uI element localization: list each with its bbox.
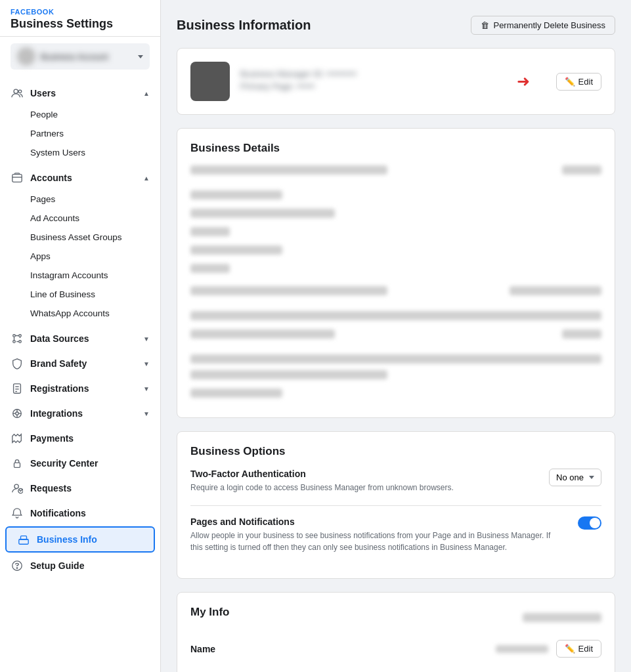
users-nav-header[interactable]: Users ▲ — [0, 81, 160, 105]
nav-item-people[interactable]: People — [0, 105, 160, 124]
options-divider — [190, 505, 601, 506]
nav-item-apps[interactable]: Apps — [0, 247, 160, 266]
business-details-card: Business Details — [177, 128, 615, 418]
blurred-field-6 — [190, 264, 230, 273]
business-manager-id-value: •••••••••• — [327, 69, 357, 79]
page-title: Business Information — [177, 18, 311, 33]
users-label: Users — [30, 88, 56, 98]
nav-item-pages[interactable]: Pages — [0, 190, 160, 209]
nav-item-security-center[interactable]: Security Center — [0, 452, 160, 475]
svg-rect-2 — [12, 175, 22, 182]
blurred-field-9r — [562, 329, 601, 339]
blurred-field-11 — [190, 370, 387, 379]
requests-section: Requests — [0, 476, 160, 500]
notifications-label: Notifications — [30, 508, 86, 518]
requests-label: Requests — [30, 483, 72, 494]
nav-item-business-asset-groups[interactable]: Business Asset Groups — [0, 228, 160, 247]
pages-notifications-info: Pages and Notifications Allow people in … — [190, 516, 565, 553]
nav-item-business-info[interactable]: Business Info — [5, 526, 155, 553]
nav-item-ad-accounts[interactable]: Ad Accounts — [0, 209, 160, 228]
accounts-icon — [11, 171, 24, 184]
detail-row-2 — [190, 286, 601, 302]
account-name: Business Account — [41, 52, 134, 62]
svg-rect-22 — [21, 536, 27, 539]
business-manager-id-line: Business Manager ID: •••••••••• — [240, 69, 506, 79]
my-info-name-row: Name ✏️ Edit — [190, 640, 601, 658]
integrations-chevron: ▼ — [143, 410, 150, 417]
blurred-field-4 — [190, 227, 230, 236]
brand-safety-nav-header[interactable]: Brand Safety ▼ — [0, 352, 160, 375]
nav-item-whatsapp-accounts[interactable]: WhatsApp Accounts — [0, 304, 160, 323]
business-info-row: Business Manager ID: •••••••••• Primary … — [190, 62, 601, 101]
business-info-card: Business Manager ID: •••••••••• Primary … — [177, 48, 615, 115]
two-factor-value: No one — [556, 472, 584, 482]
edit-pencil-icon: ✏️ — [565, 77, 575, 87]
nav-item-partners[interactable]: Partners — [0, 124, 160, 143]
business-info-edit-button[interactable]: ✏️ Edit — [556, 73, 601, 91]
svg-point-13 — [16, 412, 19, 415]
business-options-title: Business Options — [190, 445, 601, 458]
registrations-nav-header[interactable]: Registrations ▼ — [0, 377, 160, 400]
nav-item-payments[interactable]: Payments — [0, 427, 160, 450]
users-section: Users ▲ People Partners System Users — [0, 81, 160, 165]
nav-item-requests[interactable]: Requests — [0, 476, 160, 500]
business-avatar — [190, 62, 230, 101]
data-sources-nav-header[interactable]: Data Sources ▼ — [0, 327, 160, 350]
trash-icon: 🗑 — [481, 20, 489, 30]
setup-guide-icon — [11, 559, 24, 572]
delete-btn-label: Permanently Delete Business — [493, 20, 605, 30]
edit-label: Edit — [578, 77, 593, 87]
registrations-chevron: ▼ — [143, 385, 150, 392]
nav-item-instagram-accounts[interactable]: Instagram Accounts — [0, 266, 160, 285]
my-info-blurred-header — [523, 613, 601, 622]
two-factor-dropdown[interactable]: No one — [549, 469, 601, 486]
brand-safety-icon — [11, 357, 24, 370]
primary-page-line: Primary Page: •••••• — [240, 81, 506, 91]
detail-row-1 — [190, 165, 601, 181]
blurred-field-1r — [562, 165, 601, 175]
permanently-delete-button[interactable]: 🗑 Permanently Delete Business — [471, 16, 615, 35]
pages-notifications-label: Pages and Notifications — [190, 516, 565, 527]
svg-point-1 — [18, 90, 22, 93]
pages-notifications-toggle-container — [578, 516, 601, 530]
business-info-label: Business Info — [37, 534, 97, 545]
nav-item-setup-guide[interactable]: Setup Guide — [0, 554, 160, 578]
svg-point-7 — [19, 341, 22, 343]
blurred-field-7r — [510, 286, 601, 295]
integrations-section: Integrations ▼ — [0, 402, 160, 425]
data-sources-chevron: ▼ — [143, 335, 150, 343]
blurred-field-8 — [190, 311, 601, 320]
my-info-edit-button[interactable]: ✏️ Edit — [556, 640, 601, 658]
accounts-nav-header[interactable]: Accounts ▲ — [0, 166, 160, 190]
facebook-logo: FACEBOOK — [11, 8, 150, 16]
sidebar-title: Business Settings — [11, 17, 150, 31]
nav-item-notifications[interactable]: Notifications — [0, 501, 160, 525]
sidebar: FACEBOOK Business Settings Business Acco… — [0, 0, 161, 672]
users-icon — [11, 87, 24, 100]
integrations-nav-header[interactable]: Integrations ▼ — [0, 402, 160, 425]
two-factor-label: Two-Factor Authentication — [190, 469, 536, 479]
two-factor-control: No one — [549, 469, 601, 486]
nav-item-system-users[interactable]: System Users — [0, 143, 160, 162]
svg-point-25 — [16, 568, 17, 568]
svg-point-4 — [13, 335, 16, 337]
svg-point-0 — [14, 89, 18, 93]
primary-page-value: •••••• — [297, 81, 315, 91]
brand-safety-section: Brand Safety ▼ — [0, 352, 160, 375]
data-sources-label: Data Sources — [30, 333, 89, 344]
integrations-label: Integrations — [30, 408, 83, 419]
registrations-section: Registrations ▼ — [0, 377, 160, 400]
account-selector[interactable]: Business Account — [11, 43, 150, 70]
my-info-name-value — [496, 645, 548, 653]
pages-notifications-toggle[interactable] — [578, 516, 601, 530]
two-factor-info: Two-Factor Authentication Require a logi… — [190, 469, 536, 494]
notifications-section: Notifications — [0, 501, 160, 525]
nav-item-line-of-business[interactable]: Line of Business — [0, 285, 160, 304]
my-info-header: My Info — [190, 606, 601, 629]
security-center-section: Security Center — [0, 452, 160, 475]
business-info-icon — [17, 533, 30, 546]
svg-rect-18 — [14, 463, 20, 467]
svg-rect-21 — [19, 539, 28, 544]
pages-notifications-option-row: Pages and Notifications Allow people in … — [190, 516, 601, 553]
data-sources-icon — [11, 332, 24, 345]
